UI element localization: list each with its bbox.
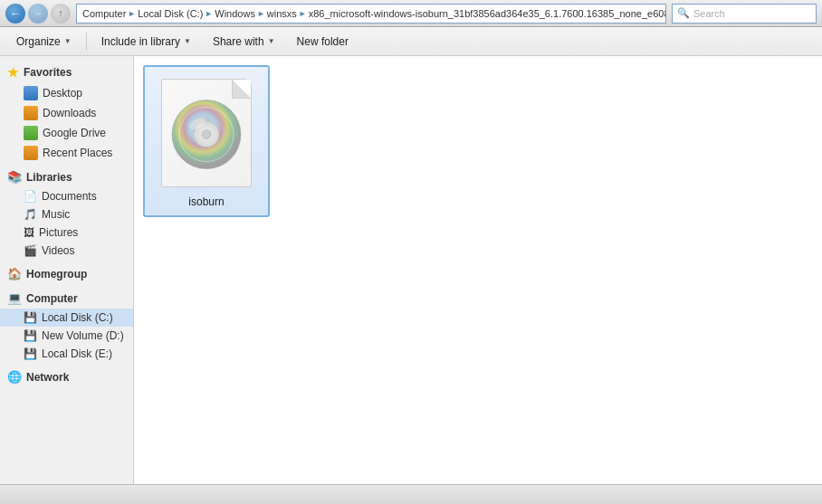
sidebar-item-googledrive[interactable]: Google Drive	[0, 123, 133, 143]
music-label: Music	[42, 208, 70, 221]
sidebar-item-music[interactable]: 🎵 Music	[0, 205, 133, 223]
locale-label: Local Disk (E:)	[42, 347, 112, 360]
nav-buttons: ← → ↑	[5, 4, 71, 24]
iso-icon-container	[152, 74, 261, 192]
toolbar: Organize ▼ Include in library ▼ Share wi…	[0, 27, 822, 56]
locald-icon: 💾	[24, 329, 37, 342]
videos-icon: 🎬	[24, 244, 37, 257]
forward-button[interactable]: →	[28, 4, 48, 24]
address-arrow-3: ►	[257, 9, 265, 18]
network-label: Network	[26, 371, 69, 384]
new-folder-label: New folder	[297, 35, 349, 48]
locale-icon: 💾	[24, 347, 37, 360]
share-with-button[interactable]: Share with ▼	[204, 31, 284, 52]
videos-label: Videos	[42, 244, 74, 257]
address-bar[interactable]: Computer ► Local Disk (C:) ► Windows ► w…	[76, 4, 666, 24]
libraries-icon: 📚	[7, 170, 22, 184]
organize-button[interactable]: Organize ▼	[7, 31, 81, 52]
svg-point-4	[202, 130, 211, 139]
downloads-icon	[24, 106, 38, 120]
address-arrow-2: ►	[205, 9, 213, 18]
pictures-icon: 🖼	[24, 226, 34, 239]
main-layout: ★ Favorites Desktop Downloads Google Dri…	[0, 56, 822, 484]
favorites-section: ★ Favorites Desktop Downloads Google Dri…	[0, 62, 133, 163]
libraries-header[interactable]: 📚 Libraries	[0, 166, 133, 187]
documents-icon: 📄	[24, 190, 37, 203]
doc-page	[161, 79, 252, 187]
file-name: isoburn	[188, 195, 224, 208]
address-arrow: ►	[128, 9, 136, 18]
libraries-label: Libraries	[26, 171, 72, 184]
localc-label: Local Disk (C:)	[42, 311, 113, 324]
googledrive-label: Google Drive	[43, 127, 106, 139]
recentplaces-label: Recent Places	[43, 147, 112, 159]
sidebar-item-desktop[interactable]: Desktop	[0, 83, 133, 103]
locald-label: New Volume (D:)	[42, 329, 124, 342]
share-with-label: Share with	[213, 35, 264, 48]
sidebar: ★ Favorites Desktop Downloads Google Dri…	[0, 56, 134, 484]
computer-label: Computer	[26, 292, 78, 305]
star-icon: ★	[7, 65, 19, 80]
homegroup-section: 🏠 Homegroup	[0, 263, 133, 284]
documents-label: Documents	[42, 190, 97, 203]
address-segment-computer[interactable]: Computer	[82, 8, 126, 19]
network-icon: 🌐	[7, 370, 22, 384]
include-library-arrow: ▼	[184, 37, 191, 45]
address-segment-c[interactable]: Local Disk (C:)	[138, 8, 203, 19]
libraries-section: 📚 Libraries 📄 Documents 🎵 Music 🖼 Pictur…	[0, 166, 133, 260]
computer-icon: 💻	[7, 291, 22, 305]
localc-icon: 💾	[24, 311, 37, 324]
address-segment-windows[interactable]: Windows	[215, 8, 255, 19]
search-icon: 🔍	[677, 7, 690, 19]
music-icon: 🎵	[24, 208, 37, 221]
address-arrow-4: ►	[299, 9, 307, 18]
network-header[interactable]: 🌐 Network	[0, 366, 133, 387]
desktop-label: Desktop	[43, 87, 82, 100]
computer-section: 💻 Computer 💾 Local Disk (C:) 💾 New Volum…	[0, 288, 133, 363]
sidebar-item-recentplaces[interactable]: Recent Places	[0, 143, 133, 163]
sidebar-item-localc[interactable]: 💾 Local Disk (C:)	[0, 309, 133, 327]
computer-header[interactable]: 💻 Computer	[0, 288, 133, 309]
title-bar: ← → ↑ Computer ► Local Disk (C:) ► Windo…	[0, 0, 822, 27]
content-area[interactable]: isoburn	[134, 56, 822, 484]
toolbar-separator-1	[86, 33, 87, 51]
sidebar-item-locald[interactable]: 💾 New Volume (D:)	[0, 327, 133, 345]
organize-arrow: ▼	[64, 37, 72, 45]
homegroup-icon: 🏠	[7, 267, 22, 281]
sidebar-item-videos[interactable]: 🎬 Videos	[0, 242, 133, 260]
include-library-label: Include in library	[101, 35, 180, 48]
homegroup-header[interactable]: 🏠 Homegroup	[0, 263, 133, 284]
include-library-button[interactable]: Include in library ▼	[92, 31, 200, 52]
sidebar-item-pictures[interactable]: 🖼 Pictures	[0, 223, 133, 242]
back-button[interactable]: ←	[5, 4, 25, 24]
favorites-header[interactable]: ★ Favorites	[0, 62, 133, 83]
pictures-label: Pictures	[39, 226, 78, 239]
disc-svg	[170, 99, 243, 171]
homegroup-label: Homegroup	[26, 268, 87, 281]
status-bar	[0, 484, 822, 504]
up-button[interactable]: ↑	[51, 4, 71, 24]
downloads-label: Downloads	[43, 107, 96, 119]
search-bar[interactable]: 🔍 Search	[672, 4, 817, 24]
desktop-icon	[24, 86, 38, 100]
file-item-isoburn[interactable]: isoburn	[143, 65, 270, 217]
address-segment-winsxs[interactable]: winsxs	[267, 8, 297, 19]
organize-label: Organize	[16, 35, 61, 48]
address-segment-isoburn[interactable]: x86_microsoft-windows-isoburn_31bf3856ad…	[309, 8, 666, 19]
googledrive-icon	[24, 126, 38, 140]
file-grid: isoburn	[143, 65, 813, 217]
sidebar-item-locale[interactable]: 💾 Local Disk (E:)	[0, 345, 133, 363]
favorites-label: Favorites	[24, 66, 72, 79]
sidebar-item-documents[interactable]: 📄 Documents	[0, 187, 133, 205]
network-section: 🌐 Network	[0, 366, 133, 387]
new-folder-button[interactable]: New folder	[288, 31, 358, 52]
search-placeholder: Search	[693, 8, 725, 19]
sidebar-item-downloads[interactable]: Downloads	[0, 103, 133, 123]
share-with-arrow: ▼	[268, 37, 275, 45]
recentplaces-icon	[24, 146, 38, 160]
